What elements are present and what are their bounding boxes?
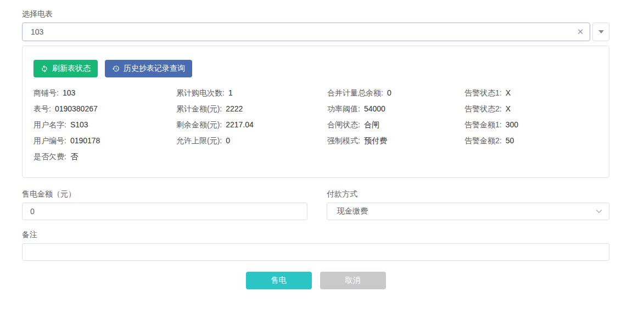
info-alarm-amount-2: 告警金额2:50 (464, 134, 598, 150)
meter-info-grid: 商铺号:103 表号:0190380267 用户名字:S103 用户编号:019… (33, 87, 598, 166)
payment-method-select[interactable]: 现金缴费 (327, 203, 609, 220)
dropdown-toggle-button[interactable] (592, 23, 609, 41)
refresh-icon (41, 65, 48, 72)
payment-method-value: 现金缴费 (337, 206, 595, 216)
info-shop-number: 商铺号:103 (33, 87, 176, 103)
info-allowed-limit: 允许上限(元):0 (176, 134, 327, 150)
info-switch-status: 合闸状态:合闸 (327, 119, 464, 134)
info-remaining-amount: 剩余金额(元):2217.04 (176, 119, 327, 134)
info-user-id: 用户编号:0190178 (33, 134, 176, 150)
cancel-button[interactable]: 取消 (320, 272, 386, 289)
meter-info-panel: 刷新表状态 历史抄表记录查询 商铺号:103 表号:0190380267 用户名… (22, 46, 609, 178)
info-column-3: 合并计量总余额:0 功率阈值:54000 合闸状态:合闸 强制模式:预付费 (327, 87, 464, 166)
clear-icon[interactable]: ✕ (571, 27, 590, 37)
history-readings-query-button[interactable]: 历史抄表记录查询 (105, 60, 192, 77)
info-column-1: 商铺号:103 表号:0190380267 用户名字:S103 用户编号:019… (33, 87, 176, 166)
payment-method-field: 付款方式 现金缴费 (327, 190, 609, 220)
info-purchase-count: 累计购电次数:1 (176, 87, 327, 103)
action-buttons: 售电 取消 (22, 272, 609, 289)
select-meter-input[interactable] (23, 27, 571, 36)
refresh-meter-status-button[interactable]: 刷新表状态 (33, 60, 98, 77)
info-user-name: 用户名字:S103 (33, 119, 176, 134)
info-power-threshold: 功率阈值:54000 (327, 103, 464, 119)
info-in-arrears: 是否欠费:否 (33, 150, 176, 166)
info-alarm-amount-1: 告警金额1:300 (464, 119, 598, 134)
sell-electricity-form: 选择电表 ✕ 刷新表状态 历史抄表记录查询 (22, 0, 609, 289)
sell-button[interactable]: 售电 (246, 272, 312, 289)
info-alarm-status-1: 告警状态1:X (464, 87, 598, 103)
caret-down-icon (598, 30, 604, 33)
sell-amount-input[interactable] (22, 203, 307, 220)
remark-field: 备注 (22, 231, 609, 261)
remark-label: 备注 (22, 231, 609, 238)
info-force-mode: 强制模式:预付费 (327, 134, 464, 150)
info-total-amount: 累计金额(元):2222 (176, 103, 327, 119)
sell-amount-label: 售电金额（元） (22, 190, 307, 198)
select-meter-combobox[interactable]: ✕ (22, 23, 590, 41)
history-icon (112, 65, 120, 72)
remark-input[interactable] (22, 243, 609, 261)
refresh-button-label: 刷新表状态 (52, 64, 91, 74)
info-column-4: 告警状态1:X 告警状态2:X 告警金额1:300 告警金额2:50 (464, 87, 598, 166)
info-alarm-status-2: 告警状态2:X (464, 103, 598, 119)
info-column-2: 累计购电次数:1 累计金额(元):2222 剩余金额(元):2217.04 允许… (176, 87, 327, 166)
amount-payment-row: 售电金额（元） 付款方式 现金缴费 (22, 190, 609, 220)
history-button-label: 历史抄表记录查询 (124, 64, 185, 74)
info-merged-balance: 合并计量总余额:0 (327, 87, 464, 103)
sell-amount-field: 售电金额（元） (22, 190, 307, 220)
info-meter-number: 表号:0190380267 (33, 103, 176, 119)
payment-method-label: 付款方式 (327, 190, 609, 198)
select-meter-row: ✕ (22, 23, 609, 41)
chevron-down-icon (595, 207, 603, 216)
panel-button-row: 刷新表状态 历史抄表记录查询 (33, 60, 598, 77)
select-meter-label: 选择电表 (22, 10, 609, 18)
